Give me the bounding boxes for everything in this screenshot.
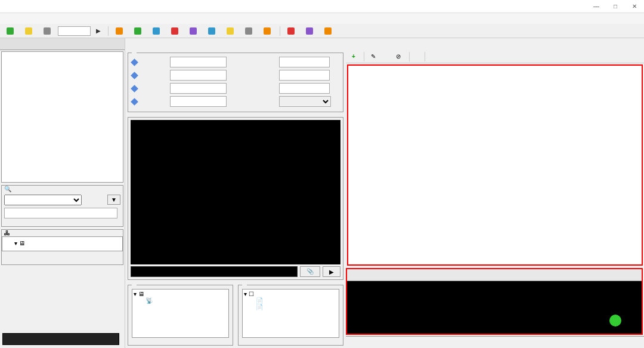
console-output[interactable] bbox=[131, 120, 340, 264]
modules-combo[interactable] bbox=[4, 195, 82, 205]
main-tabstrip bbox=[125, 38, 644, 50]
project-input[interactable] bbox=[170, 57, 227, 67]
autopwn-icon bbox=[190, 27, 197, 35]
save-button[interactable] bbox=[382, 56, 391, 58]
info-tabstrip bbox=[347, 269, 642, 281]
network-scanner-tree[interactable]: ▾ 🖥 📡 bbox=[132, 289, 229, 338]
reverse-icon bbox=[171, 27, 178, 35]
path-input[interactable] bbox=[170, 96, 227, 107]
info-panel-frame bbox=[346, 268, 643, 335]
info-body[interactable] bbox=[347, 281, 642, 334]
modules-executed-tree[interactable]: ▾ ☐ 📄 📄 bbox=[242, 289, 339, 338]
filter-button[interactable]: ▼ bbox=[107, 195, 120, 205]
reverse-shell-button[interactable] bbox=[167, 26, 184, 36]
main-toolbar: ▶ bbox=[0, 24, 644, 38]
modules-search-panel: 🔍 ▼ bbox=[1, 185, 123, 227]
connection-list-panel: 🖧 ▾ 🖥 bbox=[1, 229, 123, 265]
update-icon bbox=[134, 27, 141, 35]
notepad-icon bbox=[153, 27, 160, 35]
status-bar bbox=[346, 336, 644, 348]
edit-icon: ✎ bbox=[371, 53, 376, 60]
mid-column: 📎 ▶ ▾ 🖥 📡 ▾ bbox=[125, 50, 346, 348]
conn-item[interactable]: ▾ 🖥 bbox=[5, 239, 120, 247]
code-editor[interactable] bbox=[348, 66, 642, 264]
registered-button[interactable] bbox=[283, 26, 301, 36]
new-button[interactable] bbox=[2, 26, 20, 36]
project-label bbox=[132, 60, 168, 65]
engine-label bbox=[413, 56, 422, 58]
wizard-button[interactable] bbox=[222, 26, 240, 36]
network-scanner-panel: ▾ 🖥 📡 bbox=[128, 285, 233, 346]
debug-label bbox=[428, 56, 437, 58]
action-bar: + ✎ ⊘ bbox=[346, 50, 644, 63]
autopwn-button[interactable] bbox=[185, 26, 203, 36]
minimize-icon[interactable]: — bbox=[590, 3, 602, 10]
target-icon bbox=[131, 72, 138, 79]
args-input[interactable] bbox=[279, 83, 330, 94]
open-button[interactable] bbox=[21, 26, 38, 36]
exec-row bbox=[0, 331, 125, 348]
conn-item[interactable] bbox=[5, 247, 120, 248]
port-input[interactable] bbox=[170, 83, 227, 94]
add-module-button[interactable]: + bbox=[348, 52, 361, 61]
hostname-input[interactable] bbox=[279, 57, 330, 67]
log-icon bbox=[116, 27, 123, 35]
target-label bbox=[132, 73, 168, 78]
open-icon bbox=[25, 27, 32, 35]
left-column: 🔍 ▼ 🖧 ▾ 🖥 bbox=[0, 38, 125, 348]
shellport-input[interactable] bbox=[279, 70, 330, 81]
console-input[interactable] bbox=[131, 266, 298, 277]
target-properties bbox=[128, 53, 343, 112]
ip-icon bbox=[44, 27, 51, 35]
update-button[interactable] bbox=[130, 26, 147, 36]
title-bar: — □ ✕ bbox=[0, 0, 644, 13]
close-icon[interactable]: ✕ bbox=[628, 3, 640, 10]
plus-icon: + bbox=[352, 53, 355, 60]
run-button[interactable]: ▶ bbox=[323, 266, 340, 277]
vbs-icon bbox=[264, 27, 271, 35]
watermark bbox=[602, 311, 632, 330]
maximize-icon[interactable]: □ bbox=[609, 3, 621, 10]
path-icon bbox=[131, 98, 138, 106]
network-icon: 🖧 bbox=[4, 230, 10, 236]
port-label bbox=[132, 86, 168, 91]
shellcode-type-select[interactable] bbox=[279, 96, 331, 107]
port-icon bbox=[131, 85, 138, 93]
watermark-icon bbox=[609, 315, 621, 327]
filter-input[interactable] bbox=[4, 208, 117, 218]
current-ip-label bbox=[39, 26, 57, 36]
path-label bbox=[132, 99, 168, 104]
hex-icon bbox=[245, 27, 252, 35]
menu-bar bbox=[0, 13, 644, 24]
clear-icon: ⊘ bbox=[396, 53, 401, 60]
discord-icon bbox=[306, 27, 313, 35]
search-icon: 🔍 bbox=[4, 186, 11, 192]
vbs-wizard-button[interactable] bbox=[259, 26, 277, 36]
advisories-button[interactable] bbox=[320, 26, 338, 36]
filter-icon: ▼ bbox=[111, 196, 117, 203]
execute-exploit-button[interactable] bbox=[2, 333, 119, 345]
advisories-icon bbox=[324, 27, 332, 35]
console-panel: 📎 ▶ bbox=[128, 117, 343, 280]
edit-button[interactable]: ✎ bbox=[367, 52, 381, 61]
project-icon bbox=[131, 58, 138, 66]
browser-icon bbox=[208, 27, 215, 35]
browser-button[interactable] bbox=[204, 26, 221, 36]
window-controls: — □ ✕ bbox=[590, 3, 640, 10]
discord-button[interactable] bbox=[302, 26, 319, 36]
ip-go-button[interactable]: ▶ bbox=[92, 26, 105, 36]
clear-button[interactable]: ⊘ bbox=[392, 52, 406, 61]
wizard-icon bbox=[227, 27, 234, 35]
log-button[interactable] bbox=[112, 26, 129, 36]
new-icon bbox=[7, 27, 14, 35]
code-editor-frame bbox=[347, 64, 643, 266]
current-ip-input[interactable] bbox=[58, 26, 91, 36]
notepad-button[interactable] bbox=[148, 26, 166, 36]
hexeditor-button[interactable] bbox=[241, 26, 258, 36]
registered-icon bbox=[287, 27, 295, 35]
exploit-tree[interactable] bbox=[1, 51, 123, 183]
target-input[interactable] bbox=[170, 70, 227, 81]
modules-executed-panel: ▾ ☐ 📄 📄 bbox=[238, 285, 343, 346]
console-attach-icon[interactable]: 📎 bbox=[300, 266, 320, 277]
left-tabstrip bbox=[0, 38, 125, 50]
